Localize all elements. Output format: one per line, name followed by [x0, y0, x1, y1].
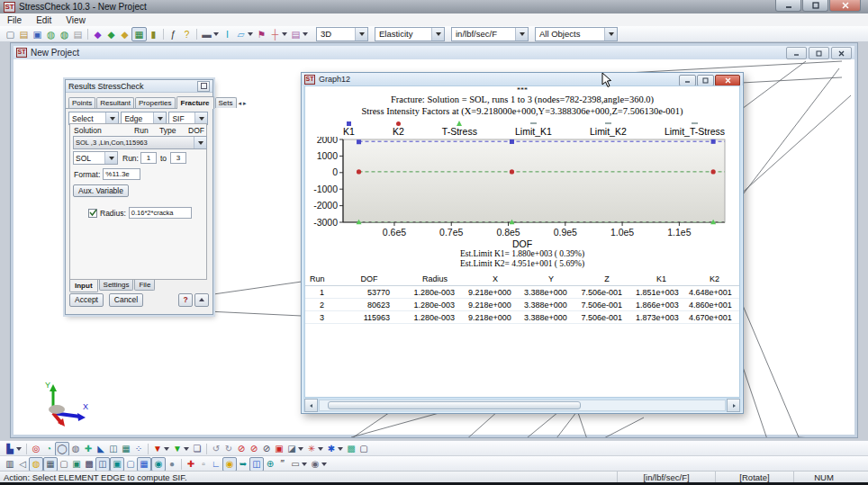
tab-points[interactable]: Points	[68, 97, 95, 108]
units-combo[interactable]: in/lbf/sec/F	[451, 27, 529, 41]
table-row[interactable]: 1537701.280e-0039.218e+0003.388e+0007.50…	[305, 286, 740, 299]
circle-select-icon[interactable]: ◯	[55, 442, 69, 456]
bulb-icon[interactable]: ◍	[29, 457, 43, 472]
cancel-button[interactable]: Cancel	[109, 293, 143, 307]
export-icon[interactable]: ◍	[58, 28, 71, 40]
blue-grid-icon[interactable]: ▦	[137, 457, 151, 472]
menu-edit[interactable]: Edit	[29, 15, 59, 25]
globe-icon[interactable]: ◉	[151, 457, 166, 472]
exclude-dark-icon[interactable]: ⊘	[260, 443, 273, 455]
object-filter-combo[interactable]: All Objects	[535, 27, 618, 41]
zoom-window-icon[interactable]: ▦	[120, 443, 132, 455]
solution-combo[interactable]: SOL ,3 ,Lin,Con,115963	[73, 136, 207, 149]
dropdown-arrow-icon[interactable]	[282, 32, 287, 36]
table-row[interactable]: 2806231.280e-0039.218e+0003.388e+0007.50…	[305, 299, 740, 311]
dropdown-arrow-icon[interactable]	[302, 463, 307, 466]
move-icon[interactable]: ✚	[82, 443, 95, 455]
mdi-restore-button[interactable]	[809, 47, 829, 59]
shade-icon[interactable]: ◪	[285, 443, 298, 455]
yellow-node-icon[interactable]: ◉	[222, 457, 237, 472]
dims-icon[interactable]: ‴	[276, 458, 289, 471]
doc-icon[interactable]: ▢	[124, 458, 137, 471]
plot-type-icon[interactable]: ▙	[4, 443, 16, 455]
help-key-icon[interactable]: ?	[180, 28, 194, 40]
new-file-icon[interactable]: ▢	[4, 28, 17, 40]
section-icon[interactable]: I	[221, 28, 234, 40]
tab-scroll-right-icon[interactable]: ▸	[242, 99, 248, 108]
orbit-right-icon[interactable]: ↻	[222, 443, 235, 455]
small-square-icon[interactable]: ▫	[197, 458, 210, 471]
copy-icon[interactable]: ▣	[70, 458, 83, 471]
object-filter-combo-dropdown-icon[interactable]	[604, 28, 617, 40]
flag-icon[interactable]: ⚑	[255, 28, 268, 40]
mdi-close-button[interactable]	[831, 47, 852, 59]
axis-icon[interactable]: ┼	[268, 28, 282, 40]
display-options-icon[interactable]: ▦	[131, 27, 147, 41]
minimize-button[interactable]	[775, 0, 801, 12]
menu-file[interactable]: File	[0, 15, 29, 25]
dropdown-arrow-icon[interactable]	[298, 447, 303, 451]
about-icon[interactable]: ◉	[309, 458, 321, 471]
red-marker-icon[interactable]: ▼	[151, 443, 164, 455]
dropdown-arrow-icon[interactable]	[16, 447, 22, 451]
solution-name-combo[interactable]: SOL	[73, 151, 118, 165]
tab-fracture[interactable]: Fracture	[176, 96, 214, 109]
green-marker-icon[interactable]: ▼	[171, 443, 184, 455]
pan-icon[interactable]: ◫	[107, 443, 120, 455]
target-icon[interactable]: ◎	[30, 443, 42, 455]
table-row[interactable]: 31159631.280e-0039.218e+0003.388e+0007.5…	[305, 311, 740, 324]
expand-icon[interactable]: ⊕	[264, 458, 276, 471]
close-button[interactable]	[829, 0, 861, 12]
dropdown-arrow-icon[interactable]	[184, 447, 189, 451]
analysis-type-combo[interactable]: Elasticity	[375, 27, 445, 41]
dimension-combo-dropdown-icon[interactable]	[355, 28, 367, 40]
note-icon[interactable]: ▢	[357, 443, 370, 455]
maximize-button[interactable]	[802, 0, 828, 12]
help-button[interactable]: ?	[178, 293, 193, 307]
settings-icon[interactable]: ✱	[325, 443, 338, 455]
page-icon[interactable]: ▢	[58, 458, 70, 471]
swap-icon[interactable]: ▩	[345, 443, 357, 455]
tab-file[interactable]: File	[134, 280, 155, 291]
layers-icon[interactable]: ▱	[234, 28, 248, 40]
tab-properties[interactable]: Properties	[135, 97, 175, 108]
menu-view[interactable]: View	[59, 15, 93, 25]
tab-input[interactable]: Input	[69, 280, 98, 292]
dropdown-arrow-icon[interactable]	[338, 447, 343, 451]
dropdown-arrow-icon[interactable]	[248, 32, 253, 36]
print-icon[interactable]: ▤	[71, 28, 85, 40]
monitor-icon[interactable]: ▥	[4, 458, 16, 471]
scrollbar-thumb[interactable]	[328, 401, 581, 409]
solid-view-icon[interactable]: ▬	[200, 28, 213, 40]
attach-icon[interactable]: ➥	[237, 458, 249, 471]
scrollbar-track[interactable]	[319, 400, 726, 411]
graph-title-bar[interactable]: ST Graph12	[302, 73, 743, 85]
format-field[interactable]: %11.3e	[103, 168, 140, 180]
aux-variable-button[interactable]: Aux. Variable	[73, 184, 129, 197]
ellipse-icon[interactable]: ◔	[42, 443, 55, 455]
run-from-field[interactable]: 1	[140, 152, 157, 164]
dropdown-arrow-icon[interactable]	[318, 447, 323, 451]
rotate-view-icon[interactable]: ◣	[95, 443, 107, 455]
burst-icon[interactable]: ✳	[305, 443, 318, 455]
panel-icon[interactable]: ◫	[95, 457, 110, 472]
radius-checkbox[interactable]	[88, 209, 97, 218]
results-dialog-title-bar[interactable]: Results StressCheck	[66, 80, 212, 93]
import-icon[interactable]: ◍	[44, 28, 58, 40]
mdi-minimize-button[interactable]	[786, 47, 807, 59]
run-to-field[interactable]: 3	[170, 152, 186, 164]
grid-icon[interactable]: ▩	[83, 458, 95, 471]
snapshot-icon[interactable]: ▤	[289, 28, 303, 40]
radius-field[interactable]: 0.16*2*cracka	[129, 207, 192, 219]
back-arrow-icon[interactable]: ◁	[16, 458, 29, 471]
display-combo-icon[interactable]: ▭	[289, 458, 302, 471]
scroll-right-button[interactable]	[727, 399, 740, 412]
add-point-icon[interactable]: ✚	[185, 458, 197, 471]
tab-settings[interactable]: Settings	[99, 280, 134, 291]
mdi-title-bar[interactable]: ST New Project	[14, 46, 854, 60]
open-file-icon[interactable]: ▤	[17, 28, 31, 40]
sphere-icon[interactable]: ●	[166, 458, 178, 471]
attributes-icon[interactable]: ◆	[118, 28, 131, 40]
scroll-left-button[interactable]	[304, 399, 318, 412]
analysis-type-combo-dropdown-icon[interactable]	[431, 28, 444, 40]
